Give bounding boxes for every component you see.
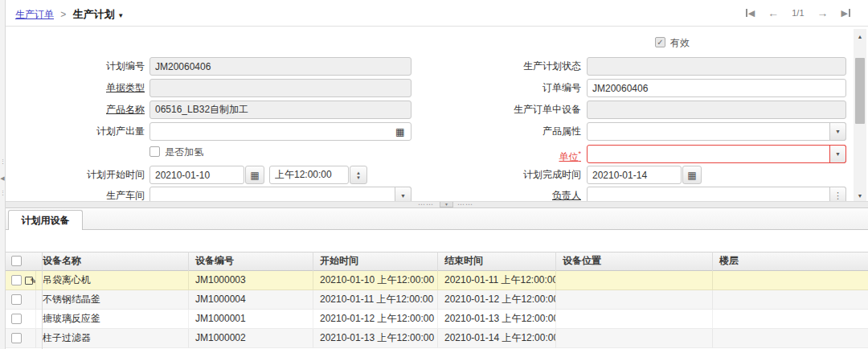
select-all-checkbox[interactable] [11,256,22,266]
grid-divider [42,252,43,349]
cell-device-name: 搪玻璃反应釜 [36,310,189,329]
scroll-down-icon[interactable]: ▼ [854,193,866,199]
breadcrumb-current[interactable]: 生产计划 ▼ [73,8,125,20]
chevron-down-icon: ▼ [835,151,841,157]
cell-start-time: 20210-01-13 上午12:00:00 [313,329,438,348]
order-no-field[interactable] [587,79,846,97]
horizontal-splitter[interactable]: ⋯⋯ ▼ ⋯⋯ [6,201,868,208]
unit-label[interactable]: 单位* [446,145,581,163]
last-record-icon: ▶ [841,9,848,18]
next-record-button[interactable]: → [817,7,829,18]
order-equipment-label: 生产订单中设备 [446,101,581,119]
splitter-dots-icon: ⋯⋯ [457,202,473,207]
hydrogenation-checkbox[interactable] [149,146,160,157]
column-header-device-name[interactable]: 设备名称 [36,252,189,271]
unit-dropdown-button[interactable]: ▼ [829,145,846,163]
pencil-icon: ✎ [31,272,36,290]
cell-floor [713,290,868,310]
breadcrumb: 生产订单 > 生产计划 ▼ [15,7,124,22]
breadcrumb-parent-link[interactable]: 生产订单 [15,9,54,20]
cell-start-time: 20210-01-11 上午12:00:00 [313,290,438,310]
calculator-icon[interactable]: ▦ [395,126,404,138]
cell-end-time: 20210-01-13 上午12:00:00 [438,310,556,329]
chevron-down-icon: ▼ [117,12,124,19]
cell-floor [713,271,868,290]
calendar-icon: ▦ [687,170,696,181]
cell-end-time: 20210-01-11 上午12:00:00 [438,271,556,290]
splitter-collapse-left-icon[interactable]: ◀ [0,175,5,181]
first-record-button[interactable]: ◀ [746,9,755,18]
cell-floor [713,329,868,348]
first-record-icon: ◀ [748,9,755,18]
unit-field[interactable] [587,145,846,163]
plan-start-time-spinner[interactable]: ▲▼ [350,166,367,184]
splitter-dots-icon: ⋯⋯ [418,202,434,207]
plan-status-label: 生产计划状态 [446,57,581,76]
more-icon: ⋮ [833,191,842,201]
plan-start-time-field[interactable] [269,166,349,184]
splitter-dots-icon: ⋮ [0,190,5,195]
cell-end-time: 20210-01-12 上午12:00:00 [438,290,556,310]
row-checkbox[interactable] [11,333,22,343]
order-equipment-field [587,101,846,119]
row-checkbox[interactable] [11,294,22,305]
product-name-label[interactable]: 产品名称 [12,101,145,119]
column-header-device-location[interactable]: 设备位置 [556,252,713,271]
breadcrumb-current-label: 生产计划 [73,8,115,20]
last-record-button[interactable]: ▶ [841,9,850,18]
form-scrollbar-thumb[interactable] [855,58,865,124]
tab-plan-equipment[interactable]: 计划用设备 [8,210,83,230]
plan-finish-date-field[interactable] [587,166,682,184]
grid-toolbar: + ✎ − ⚙ 4 记录 [6,230,868,252]
plan-start-date-field[interactable] [149,166,244,184]
cell-device-no: JM1000004 [189,290,313,310]
table-row[interactable]: ✎ 吊袋离心机 JM1000003 20210-01-10 上午12:00:00… [6,271,868,290]
left-splitter[interactable]: ⋮ ◀ ⋮ [0,0,6,349]
doc-type-field [149,79,411,97]
column-header-end-time[interactable]: 结束时间 [438,252,556,271]
splitter-dots-icon: ⋮ [0,158,5,164]
hydrogenation-label: 是否加氢 [165,146,203,158]
spinner-down-icon: ▼ [356,175,361,180]
row-checkbox[interactable] [11,314,22,324]
valid-checkbox[interactable]: ✓ [655,37,665,47]
row-edit-button[interactable]: ✎ [25,274,36,285]
planned-output-label: 计划产出量 [12,122,145,141]
column-header-floor[interactable]: 楼层 [713,252,868,271]
cell-device-location [556,271,713,290]
cell-device-location [556,329,713,348]
cell-device-name: 不锈钢结晶釜 [36,290,189,310]
record-pager: ◀ ← 1/1 → ▶ [746,7,850,18]
doc-type-label[interactable]: 单据类型 [12,79,145,97]
product-attr-dropdown-button[interactable]: ▼ [829,122,846,141]
check-icon: ✓ [657,38,663,47]
unit-label-text: 单位 [559,151,578,162]
column-header-device-no[interactable]: 设备编号 [189,252,313,271]
cell-start-time: 20210-01-10 上午12:00:00 [313,271,438,290]
detail-tab-bar [6,208,868,230]
row-checkbox[interactable] [11,275,22,285]
plan-status-field [587,57,846,76]
breadcrumb-separator: > [60,9,66,20]
chevron-down-icon: ▼ [400,193,406,199]
cell-end-time: 20210-01-14 上午12:00:00 [438,329,556,348]
table-row[interactable]: 搪玻璃反应釜 JM1000001 20210-01-12 上午12:00:00 … [6,310,868,329]
cell-device-no: JM1000001 [189,310,313,329]
table-row[interactable]: 柱子过滤器 JM1000002 20210-01-13 上午12:00:00 2… [6,329,868,348]
scroll-up-icon[interactable]: ▲ [854,34,866,39]
column-header-start-time[interactable]: 开始时间 [313,252,438,271]
order-no-label: 订单编号 [446,79,581,97]
calendar-icon: ▦ [250,170,259,181]
table-row[interactable]: 不锈钢结晶釜 JM1000004 20210-01-11 上午12:00:00 … [6,290,868,310]
required-mark: * [578,150,581,158]
planned-output-field[interactable] [149,122,411,141]
previous-record-button[interactable]: ← [768,7,779,18]
splitter-collapse-button[interactable]: ▼ [440,202,453,207]
plan-start-calendar-button[interactable]: ▦ [245,166,264,184]
cell-device-name: 吊袋离心机 [36,271,189,290]
top-bar: 生产订单 > 生产计划 ▼ ◀ ← 1/1 → ▶ [6,0,868,27]
cell-device-location [556,310,713,329]
plan-no-label: 计划编号 [12,57,145,76]
product-attr-field[interactable] [587,122,846,141]
plan-finish-calendar-button[interactable]: ▦ [682,166,702,184]
